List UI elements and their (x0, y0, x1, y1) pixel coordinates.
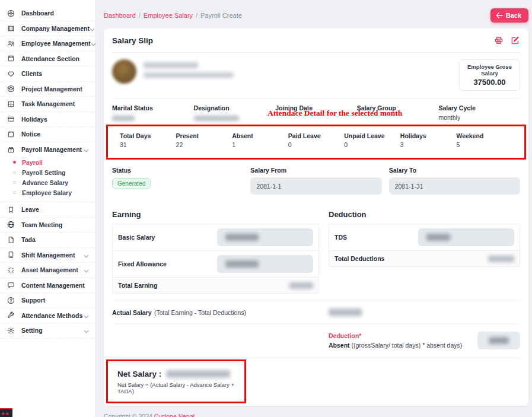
salary-slip-card: Salary Slip Employee Gross Salary 37500.… (104, 28, 528, 406)
sidebar-item-label: Clients (21, 70, 89, 77)
att-total-days: Total Days 31 (120, 132, 176, 148)
sidebar-item-employee-management[interactable]: Employee Management (0, 36, 95, 52)
sidebar-item-setting[interactable]: Setting (0, 323, 95, 339)
breadcrumb: Dashboard / Employee Salary / Payroll Cr… (104, 12, 242, 19)
breadcrumb-dashboard[interactable]: Dashboard (104, 12, 136, 19)
dashboard-icon (7, 9, 16, 18)
sidebar-item-label: Asset Management (21, 266, 84, 273)
sidebar-item-dashboard[interactable]: Dashboard (0, 6, 95, 21)
sidebar-item-notice[interactable]: Notice (0, 127, 95, 142)
corner-widget-logo[interactable]: ◉◉ (0, 408, 12, 417)
sidebar-item-attendance-section[interactable]: Attendance Section (0, 52, 95, 67)
chevron-down-icon (84, 265, 89, 275)
globe-icon (7, 220, 16, 229)
sidebar-item-label: Setting (21, 327, 84, 334)
gross-salary-box: Employee Gross Salary 37500.00 (459, 59, 520, 91)
sidebar-item-company-management[interactable]: Company Management (0, 21, 95, 37)
sidebar-item-tada[interactable]: Tada (0, 233, 95, 248)
sidebar-subitem-employee-salary[interactable]: Employee Salary (0, 187, 95, 198)
footer-brand-link[interactable]: Cyclone Nepal. (154, 413, 196, 417)
sidebar-item-label: Attendance Methods (21, 312, 84, 319)
basic-salary-row: Basic Salary (113, 224, 318, 251)
sidebar-item-label: Dashboard (21, 9, 89, 17)
gross-salary-label: Employee Gross Salary (462, 63, 517, 77)
status-badge: Generated (112, 178, 151, 189)
project-icon (7, 84, 16, 93)
sidebar-item-label: Support (21, 297, 89, 304)
print-icon[interactable] (494, 36, 504, 45)
salary-from-input[interactable]: 2081-1-1 (250, 177, 381, 195)
sidebar-item-leave[interactable]: Leave (0, 202, 95, 218)
chevron-down-icon (90, 23, 95, 34)
sidebar-group-payroll: Payroll Management Payroll Payroll Setti… (0, 142, 95, 203)
sidebar-item-asset-management[interactable]: Asset Management (0, 263, 95, 278)
att-present: Present 22 (176, 132, 232, 148)
sidebar-subitem-payroll-setting[interactable]: Payroll Setting (0, 167, 95, 177)
sidebar-item-label: Tada (21, 236, 89, 243)
sidebar-item-label: Employee Management (21, 40, 91, 47)
heart-icon (7, 69, 16, 78)
footer: Copyright © 2024 Cyclone Nepal. (104, 406, 528, 417)
absent-deduction-input[interactable] (477, 332, 520, 349)
chevron-down-icon (84, 325, 89, 336)
chevron-down-icon (91, 38, 96, 49)
bullet-icon (13, 181, 16, 184)
sidebar-item-label: Leave (21, 206, 89, 213)
sidebar-item-attendance-methods[interactable]: Attendance Methods (0, 308, 95, 324)
back-button[interactable]: Back (490, 8, 528, 23)
net-salary-box: Net Salary : Net Salary = (Actual Salary… (106, 359, 246, 403)
sidebar-item-project-management[interactable]: Project Management (0, 82, 95, 97)
sidebar-item-content-management[interactable]: Content Management (0, 278, 95, 294)
chat-icon (7, 281, 16, 289)
question-circle-icon (7, 296, 16, 305)
attendance-icon (7, 54, 16, 63)
earning-title: Earning (112, 210, 319, 219)
gift-icon (7, 145, 16, 154)
sidebar-item-holidays[interactable]: Holidays (0, 112, 95, 128)
status-field: Status Generated (112, 167, 243, 195)
chevron-down-icon (84, 250, 89, 260)
sidebar-item-label: Attendance Section (21, 55, 89, 62)
sidebar-item-label: Project Management (21, 85, 89, 93)
att-paid-leave: Paid Leave 0 (288, 132, 345, 148)
employee-name-redacted (144, 62, 234, 78)
sidebar-subitem-advance-salary[interactable]: Advance Salary (0, 177, 95, 187)
sidebar-item-payroll-management[interactable]: Payroll Management (0, 142, 95, 158)
sidebar-item-task-management[interactable]: Task Management (0, 97, 95, 112)
att-weekend: Weekend 5 (456, 132, 512, 148)
sidebar-item-label: Notice (21, 130, 89, 138)
company-icon (7, 24, 16, 33)
sidebar-item-clients[interactable]: Clients (0, 66, 95, 82)
absent-deduction-row: Deduction* Absent ((grossSalary/ total d… (112, 324, 520, 358)
net-salary-label: Net Salary : (117, 370, 161, 378)
sidebar-item-support[interactable]: Support (0, 293, 95, 308)
sidebar-item-label: Shift Management (21, 252, 84, 259)
sidebar-item-shift-management[interactable]: Shift Management (0, 248, 95, 263)
avatar (112, 59, 136, 84)
main-content: Dashboard / Employee Salary / Payroll Cr… (95, 0, 532, 417)
employee-summary: Employee Gross Salary 37500.00 (112, 53, 520, 98)
sidebar: Dashboard Company Management Employee Ma… (0, 0, 95, 417)
page-title: Salary Slip (112, 36, 153, 45)
breadcrumb-current: Payroll Create (200, 12, 242, 19)
sidebar-item-label: Company Management (21, 25, 90, 32)
actual-salary-row: Actual Salary (Total Earning - Total Ded… (112, 300, 520, 324)
salary-to-field: Salary To 2081-1-31 (389, 167, 520, 195)
basic-salary-input[interactable] (217, 228, 313, 246)
sidebar-item-label: Task Management (21, 100, 89, 107)
deduction-note-title: Deduction* (329, 332, 462, 339)
salary-to-input[interactable]: 2081-1-31 (389, 177, 520, 195)
sidebar-item-team-meeting[interactable]: Team Meeting (0, 218, 95, 233)
sidebar-subitem-payroll[interactable]: Payroll (0, 157, 95, 167)
wrench-icon (7, 311, 16, 320)
edit-icon[interactable] (511, 36, 520, 45)
fixed-allowance-input[interactable] (217, 255, 313, 273)
wallet-icon (7, 114, 16, 123)
tds-row: TDS (329, 224, 520, 251)
gear-icon (7, 326, 16, 335)
salary-from-field: Salary From 2081-1-1 (250, 167, 381, 195)
breadcrumb-employee-salary[interactable]: Employee Salary (144, 12, 193, 19)
tds-input[interactable] (418, 228, 514, 246)
gross-salary-value: 37500.00 (462, 78, 517, 87)
field-designation: Designation (194, 104, 276, 121)
